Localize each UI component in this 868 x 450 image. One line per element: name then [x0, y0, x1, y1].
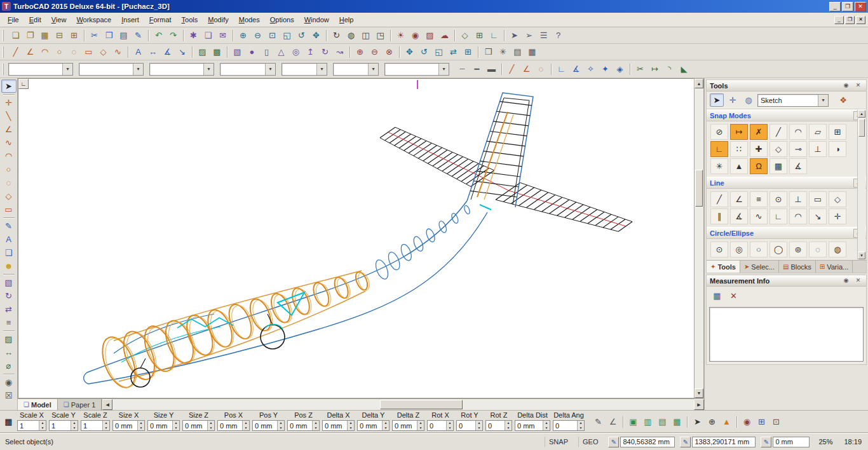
spin-up-button[interactable]: ▲	[476, 421, 482, 426]
y-position-field[interactable]: 1383,290171 mm	[692, 437, 756, 447]
cut-button[interactable]: ✂	[87, 29, 102, 43]
circle-mode-button[interactable]: ◉	[740, 415, 754, 429]
ellipse-tool-left-button[interactable]: ◌	[1, 176, 17, 189]
ortho-toggle-button[interactable]: ∟	[487, 29, 501, 43]
drawing-canvas[interactable]	[18, 78, 694, 399]
spin-down-button[interactable]: ▼	[543, 426, 550, 431]
inspector-options-button[interactable]: ▦	[1, 415, 16, 429]
mdi-restore-button[interactable]: ❐	[845, 16, 855, 24]
pen-style-button[interactable]: ┄	[455, 62, 470, 76]
polyline-button[interactable]: ∠	[23, 45, 37, 59]
zoom-window-button[interactable]: ⊡	[265, 29, 280, 43]
report-table-button[interactable]: ▦	[710, 289, 724, 303]
zoom-in-button[interactable]: ⊕	[236, 29, 250, 43]
scroll-up-button[interactable]: ▲	[695, 79, 703, 88]
line-polygon-button[interactable]: ◇	[829, 191, 846, 207]
zoom-out-button[interactable]: ⊖	[250, 29, 265, 43]
boolean-union-button[interactable]: ⊕	[353, 45, 367, 59]
spin-up-button[interactable]: ▲	[243, 421, 249, 426]
redraw-button[interactable]: ↻	[329, 29, 344, 43]
snap-perpendicular-button[interactable]: ⊥	[809, 141, 827, 157]
spin-down-button[interactable]: ▼	[103, 426, 109, 431]
line-axis-button[interactable]: ✛	[829, 208, 846, 224]
fillet-button[interactable]: ◝	[662, 62, 677, 76]
solid-box-button[interactable]: ▧	[1, 276, 17, 289]
extend-button[interactable]: ↦	[648, 62, 662, 76]
spin-up-button[interactable]: ▲	[505, 421, 512, 426]
measurement-pin-button[interactable]: ◉	[841, 276, 851, 285]
snap-degree-15-button[interactable]: ✧	[583, 62, 598, 76]
grid-toggle-button[interactable]: ⊞	[472, 29, 487, 43]
text-button[interactable]: A	[131, 45, 146, 59]
text-tool-button[interactable]: A	[1, 233, 17, 246]
palette-scroll-up-button[interactable]: ▲	[858, 110, 865, 118]
line-vector-button[interactable]: ↘	[809, 208, 827, 224]
picture-button[interactable]: ❑	[1, 246, 17, 259]
sketch-style-combo[interactable]: Sketch▾	[757, 94, 829, 107]
toolbar-grip[interactable]	[3, 46, 6, 58]
pen-color-button[interactable]: ▬	[484, 62, 499, 76]
spin-down-button[interactable]: ▼	[417, 426, 424, 431]
menu-format[interactable]: Format	[144, 14, 177, 25]
spline-tool-button[interactable]: ∿	[1, 136, 17, 149]
snap-ortho-button[interactable]: ∟	[710, 141, 728, 157]
node-edit-tool-button[interactable]: ✛	[726, 93, 740, 107]
angular-dimension-button[interactable]: ∡	[160, 45, 175, 59]
snap-degree-30-button[interactable]: ✦	[598, 62, 613, 76]
no-snap-button[interactable]: ⊘	[710, 124, 728, 140]
trim-button[interactable]: ✂	[633, 62, 648, 76]
line-button[interactable]: ╱	[8, 45, 23, 59]
construction-line-button[interactable]: ╱	[505, 62, 519, 76]
menu-options[interactable]: Options	[265, 14, 299, 25]
spin-down-button[interactable]: ▼	[138, 426, 144, 431]
maximize-button[interactable]: ❐	[842, 2, 853, 11]
style-combo-5[interactable]: ▾	[281, 63, 327, 76]
style-manager-button[interactable]: ❖	[836, 93, 850, 107]
palette-scroll-down-button[interactable]: ▼	[858, 252, 865, 259]
panel-tab-tools[interactable]: ✦Tools	[707, 261, 740, 273]
hyperlink-button[interactable]: ✉	[215, 29, 230, 43]
sketch-button[interactable]: ✎	[1, 219, 17, 233]
spin-down-button[interactable]: ▼	[313, 426, 319, 431]
spin-up-button[interactable]: ▲	[208, 421, 214, 426]
angle-tool-button[interactable]: ∠	[606, 415, 620, 429]
print-button[interactable]: ⊟	[52, 29, 67, 43]
panel-tab-blocks[interactable]: ▤Blocks	[779, 261, 816, 273]
circle-tool-button[interactable]: ○	[1, 163, 17, 176]
rot-z-input[interactable]: 0▲▼	[485, 420, 512, 431]
select-crossing-button[interactable]: ▤	[655, 415, 670, 429]
properties-button[interactable]: ☰	[536, 29, 551, 43]
spin-down-button[interactable]: ▼	[71, 426, 78, 431]
line-angular-button[interactable]: ∠	[730, 191, 748, 207]
spin-down-button[interactable]: ▼	[383, 426, 389, 431]
redo-button[interactable]: ↷	[166, 29, 180, 43]
scale-z-input[interactable]: 1▲▼	[81, 420, 110, 431]
construction-angle-button[interactable]: ∠	[519, 62, 534, 76]
select-tool-button[interactable]: ➤	[710, 93, 724, 107]
pos-z-input[interactable]: 0 mm▲▼	[287, 420, 320, 431]
spin-down-button[interactable]: ▼	[173, 426, 179, 431]
ellipse-tool-button[interactable]: ◌	[809, 242, 827, 257]
size-x-input[interactable]: 0 mm▲▼	[112, 420, 145, 431]
pan-button[interactable]: ✥	[309, 29, 323, 43]
palette-scrollbar[interactable]: ▲ ▼	[857, 110, 865, 259]
toolbar-grip[interactable]	[3, 64, 6, 75]
new-button[interactable]: ❏	[8, 29, 23, 43]
spin-up-button[interactable]: ▲	[173, 421, 179, 426]
ellipse-button[interactable]: ◌	[67, 45, 81, 59]
panel-tab-varia[interactable]: ⊞Varia...	[816, 261, 853, 273]
scale-button[interactable]: ◱	[431, 45, 446, 59]
circle-three-point-button[interactable]: ◯	[770, 242, 787, 257]
snap-vertex-button[interactable]: ↦	[730, 124, 748, 140]
camera-button[interactable]: ◉	[1, 376, 17, 389]
move-button[interactable]: ✥	[402, 45, 417, 59]
rot-y-input[interactable]: 0▲▼	[456, 420, 483, 431]
style-combo-6[interactable]: ▾	[333, 63, 379, 76]
combo-dropdown-icon[interactable]: ▾	[368, 64, 378, 75]
spin-up-button[interactable]: ▲	[578, 421, 584, 426]
combo-dropdown-icon[interactable]: ▾	[818, 95, 828, 106]
menu-window[interactable]: Window	[299, 14, 334, 25]
spin-down-button[interactable]: ▼	[348, 426, 354, 431]
mirror-copy-button[interactable]: ⇄	[446, 45, 461, 59]
spin-up-button[interactable]: ▲	[543, 421, 550, 426]
